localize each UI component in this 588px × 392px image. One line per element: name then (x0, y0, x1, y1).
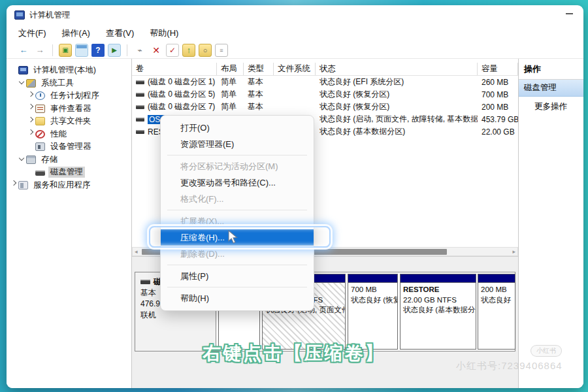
toolbar-divider (52, 44, 53, 56)
menu-item-shrink-volume[interactable]: 压缩卷(H)... (161, 229, 314, 246)
tree-item-computer-management[interactable]: 计算机管理(本地) (7, 64, 131, 77)
more-actions[interactable]: 更多操作 (519, 97, 583, 112)
menu-file[interactable]: 文件(F) (18, 27, 46, 39)
desktop: 计算机管理 文件(F) 操作(A) 查看(V) 帮助(H) ← → ▣ ? ▶ … (0, 0, 588, 392)
tree-item-system-tools[interactable]: 系统工具 (7, 77, 131, 90)
explore-icon[interactable]: ○ (199, 44, 212, 57)
window-title: 计算机管理 (29, 10, 71, 21)
col-volume[interactable]: 卷 (132, 63, 217, 75)
fields-icon[interactable]: ≡ (215, 44, 228, 57)
col-layout[interactable]: 布局 (217, 63, 244, 75)
show-console-icon[interactable]: ▶ (108, 44, 121, 57)
back-icon[interactable]: ← (17, 44, 30, 57)
storage-icon (26, 155, 36, 164)
volume-list-header: 卷 布局 类型 文件系统 状态 容量 (132, 63, 518, 76)
scroll-right-icon[interactable]: ▸ (512, 248, 515, 255)
actions-disk-management[interactable]: 磁盘管理 (519, 80, 583, 97)
partition-color-bar (478, 274, 515, 283)
tree-item-disk-management[interactable]: 磁盘管理 (7, 166, 131, 179)
col-capacity[interactable]: 容量 (478, 63, 518, 75)
menu-item-format: 格式化(F)... (161, 191, 314, 207)
menu-separator (167, 210, 307, 210)
col-filesystem[interactable]: 文件系统 (274, 63, 316, 75)
volume-icon (136, 130, 144, 134)
volume-icon (136, 93, 144, 97)
folder-up-icon[interactable]: ↑ (182, 44, 195, 57)
menu-item-extend-volume: 扩展卷(X)... (161, 213, 314, 229)
scroll-left-icon[interactable]: ◂ (135, 248, 138, 255)
table-row[interactable]: (磁盘 0 磁盘分区 5) 简单 基本 状态良好 (恢复分区) 700 MB (132, 88, 518, 101)
actions-title: 操作 (519, 59, 583, 80)
shared-folders-icon (35, 117, 45, 125)
partition-recovery-700[interactable]: 700 MB 状态良好 (恢复分区) (348, 274, 398, 350)
xiaohongshu-badge: 小红书 (531, 345, 562, 357)
task-scheduler-icon (35, 91, 45, 100)
forward-icon[interactable]: → (33, 44, 46, 57)
volume-context-menu: 打开(O) 资源管理器(E) 将分区标记为活动分区(M) 更改驱动器号和路径(C… (160, 115, 314, 311)
tree-item-performance[interactable]: 性能 (7, 128, 131, 141)
menu-separator (167, 287, 307, 287)
volume-icon (136, 105, 144, 109)
menu-separator (167, 265, 307, 265)
device-manager-icon (35, 142, 45, 151)
computer-icon (18, 66, 28, 74)
menu-view[interactable]: 查看(V) (106, 27, 134, 39)
volume-icon (136, 80, 144, 84)
disk-management-icon (35, 171, 45, 176)
tree-item-storage[interactable]: 存储 (7, 154, 131, 167)
menu-bar: 文件(F) 操作(A) 查看(V) 帮助(H) (7, 25, 583, 42)
menu-item-properties[interactable]: 属性(P) (161, 268, 314, 284)
minimize-button[interactable] (566, 13, 573, 14)
menu-help[interactable]: 帮助(H) (150, 27, 178, 39)
menu-item-change-letter[interactable]: 更改驱动器号和路径(C)... (161, 174, 314, 191)
menu-separator (167, 155, 307, 155)
partition-restore[interactable]: RESTORE 22.00 GB NTFS 状态良好 (基本数据分区) (400, 274, 476, 350)
table-row[interactable]: (磁盘 0 磁盘分区 1) 简单 基本 状态良好 (EFI 系统分区) 260 … (132, 76, 518, 88)
tree-item-device-manager[interactable]: 设备管理器 (7, 140, 131, 154)
disk-icon (140, 280, 150, 284)
delete-icon[interactable]: ✕ (150, 44, 163, 57)
menu-item-delete-volume: 删除卷(D)... (161, 246, 314, 262)
update-driver-icon[interactable]: ⌁ (133, 44, 146, 57)
performance-icon (35, 130, 45, 139)
partition-color-bar (400, 274, 476, 283)
help-icon[interactable]: ? (91, 44, 105, 57)
export-list-icon[interactable]: ▣ (59, 44, 72, 57)
console-tree: 计算机管理(本地) 系统工具 任务计划程序 事件查看器 (7, 59, 132, 388)
tree-item-shared-folders[interactable]: 共享文件夹 (7, 115, 131, 128)
app-icon (14, 10, 25, 20)
tree-item-event-viewer[interactable]: 事件查看器 (7, 103, 131, 116)
col-status[interactable]: 状态 (316, 63, 478, 75)
console-window-icon[interactable] (75, 44, 88, 57)
system-tools-icon (26, 79, 36, 88)
table-row[interactable]: (磁盘 0 磁盘分区 7) 简单 基本 状态良好 (恢复分区) 200 MB (132, 101, 518, 113)
toolbar: ← → ▣ ? ▶ ⌁ ✕ ✓ ↑ ○ ≡ (7, 42, 583, 59)
properties-doc-icon[interactable]: ✓ (166, 44, 179, 57)
partition-recovery-200[interactable]: 200 MB 状态良好 (478, 274, 515, 350)
col-type[interactable]: 类型 (244, 63, 274, 75)
xiaohongshu-id-watermark: 小红书号:7239406864 (456, 360, 563, 372)
menu-item-help[interactable]: 帮助(H) (161, 290, 314, 306)
partition-color-bar (348, 274, 397, 283)
menu-item-explorer[interactable]: 资源管理器(E) (161, 136, 314, 152)
toolbar-divider (127, 44, 127, 56)
menu-action[interactable]: 操作(A) (62, 27, 90, 39)
tree-item-task-scheduler[interactable]: 任务计划程序 (7, 90, 131, 103)
event-viewer-icon (35, 105, 45, 113)
menu-item-mark-active: 将分区标记为活动分区(M) (161, 158, 314, 174)
actions-panel: 操作 磁盘管理 更多操作 (518, 59, 583, 388)
menu-item-open[interactable]: 打开(O) (161, 120, 314, 136)
video-caption: 右键点击【压缩卷】 (203, 341, 385, 366)
services-icon (18, 181, 28, 189)
title-bar: 计算机管理 (7, 5, 583, 25)
volume-icon (136, 118, 144, 122)
tree-item-services-applications[interactable]: 服务和应用程序 (7, 179, 131, 192)
